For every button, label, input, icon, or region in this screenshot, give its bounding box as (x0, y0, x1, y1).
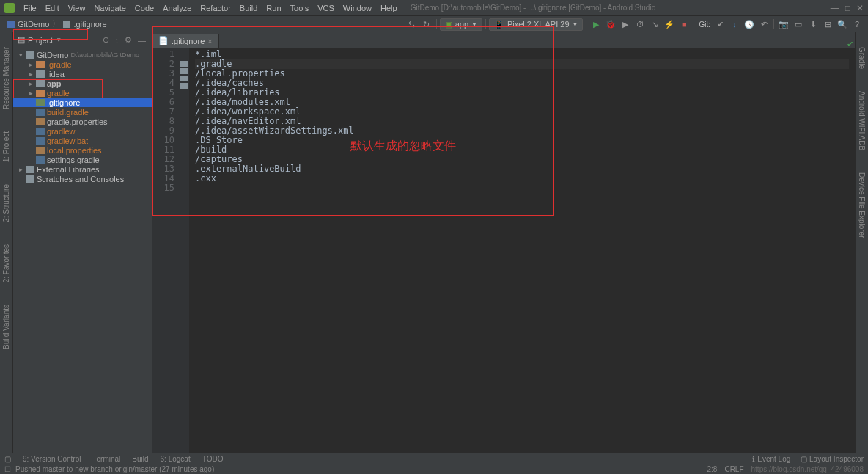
apply-changes-icon[interactable]: ⚡ (663, 18, 676, 31)
editor-tab[interactable]: 📄 .gitignore × (152, 34, 219, 48)
run-config-label: app (455, 20, 468, 29)
left-tool-strip: Resource Manager1: Project2: Structure2:… (0, 32, 13, 467)
tree-item-build-gradle[interactable]: build.gradle (13, 107, 152, 117)
left-tab-2-structure[interactable]: 2: Structure (2, 184, 10, 222)
right-tab-device-file-explorer[interactable]: Device File Explorer (858, 172, 866, 238)
left-tab-build-variants[interactable]: Build Variants (2, 305, 10, 349)
tree-item-external-libraries[interactable]: ▸External Libraries (13, 164, 152, 174)
menu-navigate[interactable]: Navigate (89, 4, 130, 12)
project-view-selector[interactable]: ▤ Project ▼ (18, 35, 62, 45)
debug-icon[interactable]: 🐞 (604, 18, 617, 31)
close-tab-icon[interactable]: × (207, 37, 212, 45)
line-separator[interactable]: CRLF (724, 465, 743, 473)
hide-icon[interactable]: — (136, 36, 147, 45)
bottom-tab-icon[interactable]: ▢ (4, 455, 11, 463)
breadcrumb-label: GitDemo (18, 20, 49, 29)
maximize-icon[interactable]: □ (845, 3, 850, 13)
tree-item--idea[interactable]: ▸.idea (13, 69, 152, 79)
bottom-tab-terminal[interactable]: Terminal (93, 455, 121, 463)
profiler-icon[interactable]: ⏱ (633, 18, 647, 31)
tree-item--gradle[interactable]: ▸.gradle (13, 59, 152, 69)
menu-vcs[interactable]: VCS (313, 4, 339, 12)
menu-code[interactable]: Code (130, 4, 158, 12)
structure-icon[interactable]: ⊞ (821, 18, 834, 31)
attach-icon[interactable]: ↘ (648, 18, 661, 31)
git-label: Git: (697, 21, 712, 29)
left-tab-2-favorites[interactable]: 2: Favorites (2, 244, 10, 282)
tree-item-scratches-and-consoles[interactable]: Scratches and Consoles (13, 174, 152, 183)
right-tab-android-wifi-adb[interactable]: Android WIFI ADB (858, 91, 866, 150)
menu-help[interactable]: Help (376, 4, 402, 12)
git-update-icon[interactable]: ↓ (728, 18, 741, 31)
left-tab-resource-manager[interactable]: Resource Manager (2, 47, 10, 109)
event-log-tab[interactable]: ℹ Event Log (752, 455, 790, 463)
tab-label: .gitignore (172, 37, 205, 45)
breadcrumb-project[interactable]: GitDemo (4, 20, 52, 29)
project-selector-label: Project (28, 36, 53, 45)
menu-tools[interactable]: Tools (286, 4, 314, 12)
tree-item-gradle[interactable]: ▸gradle (13, 88, 152, 98)
git-revert-icon[interactable]: ↶ (757, 18, 770, 31)
right-tab-gradle[interactable]: Gradle (858, 47, 866, 69)
select-opened-file-icon[interactable]: ⊕ (101, 35, 111, 45)
collapse-icon[interactable]: ↕ (114, 36, 121, 45)
editor-status-icon: ✔ (847, 40, 853, 49)
gitignore-icon: 📄 (158, 36, 169, 45)
gitignore-icon (63, 21, 70, 28)
menu-run[interactable]: Run (262, 4, 285, 12)
close-icon[interactable]: ✕ (856, 3, 864, 13)
menu-edit[interactable]: Edit (41, 4, 64, 12)
git-commit-icon[interactable]: ✔ (713, 18, 727, 31)
menu-build[interactable]: Build (235, 4, 262, 12)
breadcrumb-file[interactable]: .gitignore (60, 20, 109, 29)
build-icon[interactable]: ⇆ (405, 18, 419, 31)
sdk-icon[interactable]: ⬇ (806, 18, 820, 31)
search-icon[interactable]: 🔍 (836, 18, 849, 31)
git-history-icon[interactable]: 🕓 (743, 18, 756, 31)
menu-view[interactable]: View (64, 4, 90, 12)
tree-item-gradle-properties[interactable]: gradle.properties (13, 117, 152, 126)
minimize-icon[interactable]: — (831, 3, 839, 13)
status-bar: ☐ Pushed master to new branch origin/mas… (0, 464, 868, 474)
menu-window[interactable]: Window (339, 4, 376, 12)
coverage-icon[interactable]: ▶ (619, 18, 632, 31)
cursor-position: 2:8 (707, 465, 718, 473)
project-tree[interactable]: ▾GitDemo D:\automobile\GitDemo▸.gradle▸.… (13, 48, 152, 185)
code-editor[interactable]: 123456789101112131415 *.iml.gradle/local… (152, 48, 855, 467)
menu-file[interactable]: File (19, 4, 41, 12)
bottom-tab-6-logcat[interactable]: 6: Logcat (161, 455, 191, 463)
tree-item-gitdemo[interactable]: ▾GitDemo D:\automobile\GitDemo (13, 50, 152, 59)
stop-icon[interactable]: ■ (677, 18, 691, 31)
line-numbers: 123456789101112131415 (152, 48, 179, 467)
bottom-tab-9-version-control[interactable]: 9: Version Control (23, 455, 81, 463)
menu-refactor[interactable]: Refactor (196, 4, 235, 12)
editor-content[interactable]: *.iml.gradle/local.properties/.idea/cach… (189, 48, 855, 467)
tree-item-local-properties[interactable]: local.properties (13, 145, 152, 155)
status-icon[interactable]: ☐ (4, 465, 11, 473)
device-label: Pixel 2 XL API 29 (507, 20, 570, 29)
tree-item--gitignore[interactable]: .gitignore (13, 98, 152, 107)
run-icon[interactable]: ▶ (589, 18, 603, 31)
gutter-icons (179, 48, 189, 467)
watermark: https://blog.csdn.net/qq_42496008 (751, 465, 864, 473)
tree-item-settings-gradle[interactable]: settings.gradle (13, 155, 152, 164)
folder-icon (7, 21, 15, 28)
layout-inspector-tab[interactable]: ▢ Layout Inspector (801, 455, 864, 463)
question-icon[interactable]: ? (850, 18, 864, 31)
left-tab-1-project[interactable]: 1: Project (2, 131, 10, 162)
avd-icon[interactable]: ▭ (792, 18, 805, 31)
tree-item-app[interactable]: ▸app (13, 79, 152, 88)
tree-item-gradlew-bat[interactable]: gradlew.bat (13, 136, 152, 145)
tree-item-gradlew[interactable]: gradlew (13, 126, 152, 136)
bottom-tab-todo[interactable]: TODO (202, 455, 224, 463)
settings-icon[interactable]: ⚙ (123, 35, 133, 45)
run-config-combo[interactable]: ▣ app ▼ (440, 18, 482, 31)
bottom-tool-strip: ▢ 9: Version ControlTerminalBuild6: Logc… (0, 453, 868, 464)
sync-icon[interactable]: ↻ (420, 18, 433, 31)
menu-analyze[interactable]: Analyze (158, 4, 196, 12)
screenshot-icon[interactable]: 📷 (777, 18, 790, 31)
breadcrumb-label: .gitignore (73, 20, 106, 29)
bottom-tab-build[interactable]: Build (132, 455, 148, 463)
device-combo[interactable]: 📱 Pixel 2 XL API 29 ▼ (489, 18, 584, 31)
status-message: Pushed master to new branch origin/maste… (15, 465, 214, 473)
